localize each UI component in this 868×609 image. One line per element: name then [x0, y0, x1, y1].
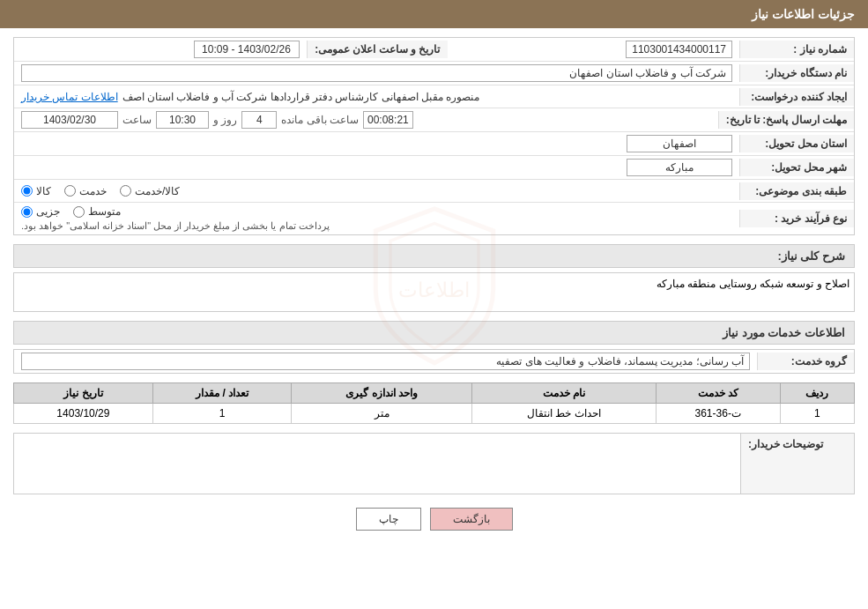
- deadline-row: مهلت ارسال پاسخ: تا تاریخ: 00:08:21 ساعت…: [14, 108, 854, 132]
- announcement-date-label: تاریخ و ساعت اعلان عمومی:: [307, 41, 448, 58]
- deadline-value: 00:08:21 ساعت باقی مانده 4 روز و 10:30 س…: [14, 108, 718, 131]
- service-group-label: گروه خدمت:: [757, 353, 854, 370]
- col-row-num: ردیف: [780, 383, 854, 404]
- cell-service-code: ت-36-361: [656, 404, 780, 424]
- city-label: شهر محل تحویل:: [739, 159, 854, 176]
- cell-service-name: احداث خط انتقال: [471, 404, 656, 424]
- service-group-value: آب رسانی؛ مدیریت پسماند، فاضلاب و فعالیت…: [14, 350, 757, 373]
- category-option-kala-khedmat[interactable]: کالا/خدمت: [120, 185, 180, 197]
- time-label: ساعت: [122, 114, 152, 126]
- col-service-code: کد خدمت: [656, 383, 780, 404]
- category-radio-kala[interactable]: [21, 185, 33, 197]
- category-radio-kala-khedmat[interactable]: [120, 185, 131, 197]
- remaining-time-box: 00:08:21: [363, 111, 413, 129]
- purchase-type-row: نوع فرآیند خرید : متوسط جزیی: [14, 203, 854, 234]
- category-value: کالا/خدمت خدمت کالا: [14, 182, 739, 200]
- col-quantity: تعداد / مقدار: [152, 383, 292, 404]
- city-value: مبارکه: [14, 156, 739, 179]
- province-label: استان محل تحویل:: [739, 135, 854, 152]
- category-radio-khedmat[interactable]: [64, 185, 76, 197]
- creator-text: منصوره مقبل اصفهانی کارشناس دفتر قرارداد…: [122, 91, 480, 103]
- day-label: روز و: [213, 114, 237, 126]
- cell-row-num: 1: [780, 404, 854, 424]
- services-table: ردیف کد خدمت نام خدمت واحد اندازه گیری ت…: [13, 382, 855, 424]
- contact-info-link[interactable]: اطلاعات تماس خریدار: [21, 91, 118, 103]
- table-row: 1 ت-36-361 احداث خط انتقال متر 1 1403/10…: [14, 404, 855, 424]
- buyer-notes-section: توضیحات خریدار:: [13, 433, 855, 494]
- deadline-date-box: 1403/02/30: [21, 111, 118, 129]
- buyer-notes-label: توضیحات خریدار:: [740, 433, 855, 494]
- services-table-section: ردیف کد خدمت نام خدمت واحد اندازه گیری ت…: [13, 382, 855, 424]
- need-number-value: 1103001434000117: [448, 38, 740, 61]
- deadline-label: مهلت ارسال پاسخ: تا تاریخ:: [718, 111, 854, 129]
- buyer-box: شرکت آب و فاضلاب استان اصفهان: [21, 64, 732, 82]
- print-button[interactable]: چاپ: [356, 508, 421, 531]
- city-box: مبارکه: [627, 159, 732, 176]
- needs-description-header-text: شرح کلی نیاز:: [777, 249, 845, 263]
- col-unit: واحد اندازه گیری: [292, 383, 471, 404]
- cell-quantity: 1: [152, 404, 292, 424]
- purchase-type-medium-label: متوسط: [88, 205, 121, 218]
- city-row: شهر محل تحویل: مبارکه: [14, 156, 854, 180]
- need-number-box: 1103001434000117: [626, 41, 732, 58]
- needs-description-header: شرح کلی نیاز:: [13, 244, 855, 268]
- category-label: طبقه بندی موضوعی:: [739, 182, 854, 200]
- purchase-type-radio-medium[interactable]: [73, 206, 85, 218]
- page-header: جزئیات اطلاعات نیاز: [0, 0, 868, 28]
- buyer-value: شرکت آب و فاضلاب استان اصفهان: [14, 62, 739, 85]
- creator-row: ایجاد کننده درخواست: منصوره مقبل اصفهانی…: [14, 85, 854, 108]
- purchase-type-option-partial[interactable]: جزیی: [21, 205, 60, 218]
- need-number-label: شماره نیاز :: [739, 41, 854, 58]
- purchase-type-option-medium[interactable]: متوسط: [73, 205, 121, 218]
- service-group-box: آب رسانی؛ مدیریت پسماند، فاضلاب و فعالیت…: [21, 353, 750, 370]
- announcement-date-box: 1403/02/26 - 10:09: [194, 41, 300, 58]
- buyer-label: نام دستگاه خریدار:: [739, 64, 854, 82]
- service-group-row: گروه خدمت: آب رسانی؛ مدیریت پسماند، فاضل…: [13, 349, 855, 374]
- buyer-row: نام دستگاه خریدار: شرکت آب و فاضلاب استا…: [14, 62, 854, 85]
- col-service-name: نام خدمت: [471, 383, 656, 404]
- button-row: بازگشت چاپ: [13, 508, 855, 544]
- category-option-kala-label: کالا: [36, 185, 51, 197]
- page-title: جزئیات اطلاعات نیاز: [752, 7, 855, 21]
- needs-description-text: اصلاح و توسعه شبکه روستایی منطقه مبارکه: [657, 278, 849, 290]
- creator-label: ایجاد کننده درخواست:: [739, 88, 854, 106]
- province-row: استان محل تحویل: اصفهان: [14, 132, 854, 156]
- needs-description-section: شرح کلی نیاز: اصلاح و توسعه شبکه روستایی…: [13, 244, 855, 312]
- purchase-type-radio-partial[interactable]: [21, 206, 33, 218]
- category-option-kala-khedmat-label: کالا/خدمت: [135, 185, 180, 197]
- buyer-notes-label-text: توضیحات خریدار:: [748, 438, 823, 450]
- col-date: تاریخ نیاز: [14, 383, 153, 404]
- days-box: 4: [241, 111, 277, 129]
- cell-unit: متر: [292, 404, 471, 424]
- need-number-row: شماره نیاز : 1103001434000117 تاریخ و سا…: [14, 38, 854, 62]
- category-option-kala[interactable]: کالا: [21, 185, 51, 197]
- category-option-khedmat-label: خدمت: [79, 185, 107, 197]
- category-option-khedmat[interactable]: خدمت: [64, 185, 107, 197]
- category-row: طبقه بندی موضوعی: کالا/خدمت خدمت کالا: [14, 180, 854, 203]
- creator-value: منصوره مقبل اصفهانی کارشناس دفتر قرارداد…: [14, 88, 739, 106]
- purchase-type-note: پرداخت تمام یا بخشی از مبلغ خریدار از مح…: [21, 220, 330, 232]
- province-box: اصفهان: [627, 135, 732, 152]
- info-section: شماره نیاز : 1103001434000117 تاریخ و سا…: [13, 37, 855, 235]
- service-info-header: اطلاعات خدمات مورد نیاز: [13, 321, 855, 345]
- back-button[interactable]: بازگشت: [430, 508, 513, 531]
- service-info-header-text: اطلاعات خدمات مورد نیاز: [723, 326, 845, 339]
- remaining-label: ساعت باقی مانده: [281, 114, 359, 126]
- purchase-type-value: متوسط جزیی پرداخت تمام یا بخشی از مبلغ خ…: [14, 203, 739, 234]
- province-value: اصفهان: [14, 132, 739, 155]
- buyer-notes-value: [13, 433, 740, 494]
- time-box: 10:30: [156, 111, 209, 129]
- cell-date: 1403/10/29: [14, 404, 153, 424]
- announcement-date-value: 1403/02/26 - 10:09: [14, 38, 307, 61]
- purchase-type-partial-label: جزیی: [36, 205, 60, 218]
- needs-description-box: اصلاح و توسعه شبکه روستایی منطقه مبارکه: [13, 272, 855, 312]
- purchase-type-label: نوع فرآیند خرید :: [739, 210, 854, 227]
